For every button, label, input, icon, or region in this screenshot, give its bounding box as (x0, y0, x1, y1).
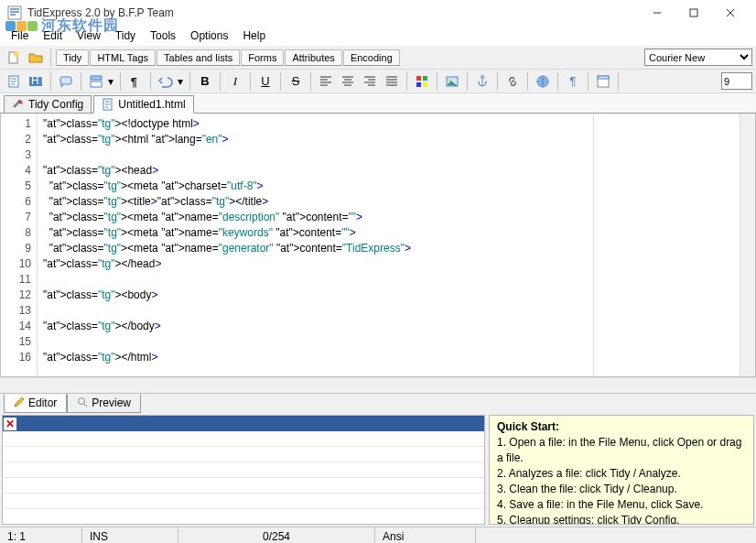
tab-forms[interactable]: Forms (241, 49, 284, 66)
svg-rect-11 (416, 76, 421, 81)
quickstart-item: 2. Analyzes a file: click Tidy / Analyze… (497, 466, 746, 482)
quickstart-panel: Quick Start: 1. Open a file: in the File… (489, 415, 754, 525)
quickstart-header: Quick Start: (497, 419, 746, 435)
list-item (3, 494, 484, 509)
link-icon[interactable] (502, 71, 523, 92)
page-icon[interactable] (4, 71, 24, 92)
svg-rect-14 (423, 82, 427, 87)
status-chars: 0/254 (178, 527, 375, 543)
menu-view[interactable]: View (70, 27, 108, 44)
document-tabs: Tidy Config Untitled1.html (0, 93, 756, 114)
menu-tidy[interactable]: Tidy (108, 27, 143, 44)
svg-rect-8 (91, 76, 102, 80)
tab-htmltags[interactable]: HTML Tags (90, 49, 156, 66)
tab-editor[interactable]: Editor (4, 394, 67, 413)
svg-rect-13 (416, 82, 421, 87)
svg-rect-12 (423, 76, 427, 81)
menu-edit[interactable]: Edit (36, 27, 70, 44)
strike-icon[interactable]: S (286, 71, 306, 92)
svg-point-22 (79, 397, 85, 404)
font-select[interactable]: Courier New (644, 49, 752, 66)
tab-untitled[interactable]: Untitled1.html (93, 95, 193, 114)
code-area[interactable]: "at">class="tg"><!doctype html>"at">clas… (38, 114, 593, 376)
svg-text:HTML: HTML (31, 74, 43, 87)
tab-tidy-config[interactable]: Tidy Config (4, 95, 92, 114)
svg-rect-0 (8, 6, 21, 19)
color-picker-icon[interactable] (412, 71, 432, 92)
statusbar: 1: 1 INS 0/254 Ansi (0, 527, 756, 543)
status-ins: INS (82, 527, 178, 543)
paragraph-icon[interactable]: ¶ (125, 71, 146, 92)
wrench-icon (12, 98, 25, 111)
menubar: File Edit View Tidy Tools Options Help (0, 26, 756, 46)
status-pos: 1: 1 (0, 527, 82, 543)
new-file-icon[interactable] (4, 48, 24, 68)
tab-tables[interactable]: Tables and lists (157, 49, 240, 66)
code-editor[interactable]: 12345678910111213141516 "at">class="tg">… (0, 114, 756, 377)
svg-text:¶: ¶ (131, 76, 137, 89)
toolbar-tabs-row: Tidy HTML Tags Tables and lists Forms At… (0, 46, 756, 70)
image-icon[interactable] (442, 71, 462, 92)
scrollbar-horizontal[interactable] (1, 377, 755, 393)
italic-icon[interactable]: I (225, 71, 245, 92)
quickstart-item: 3. Clean the file: click Tidy / Cleanup. (497, 482, 746, 497)
minimize-button[interactable] (639, 1, 675, 25)
menu-file[interactable]: File (4, 27, 36, 44)
svg-rect-20 (598, 76, 609, 79)
close-panel-icon[interactable]: ✕ (4, 418, 16, 430)
comment-icon[interactable] (56, 71, 76, 92)
pencil-icon (14, 396, 25, 410)
layout-icon[interactable] (86, 71, 106, 92)
quickstart-item: 5. Cleanup settings: click Tidy Config. (497, 513, 746, 525)
anchor-icon[interactable] (472, 71, 492, 92)
maximize-button[interactable] (675, 1, 712, 25)
right-margin (593, 114, 740, 376)
list-item (3, 447, 484, 462)
tab-enc[interactable]: Encoding (343, 49, 400, 66)
view-tabs: Editor Preview (0, 393, 756, 413)
app-icon (7, 5, 22, 20)
svg-rect-9 (91, 81, 102, 87)
document-icon (102, 98, 114, 111)
quickstart-item: 1. Open a file: in the File Menu, click … (497, 435, 746, 466)
window-title: TidExpress 2.0 by B.F.P Team (27, 6, 639, 19)
messages-panel: ✕ (2, 415, 485, 525)
menu-tools[interactable]: Tools (143, 27, 183, 44)
list-item (3, 462, 484, 478)
align-right-icon[interactable] (360, 71, 380, 92)
bold-icon[interactable]: B (195, 71, 215, 92)
pilcrow-icon[interactable]: ¶ (563, 71, 583, 92)
dropdown-icon[interactable]: ▾ (108, 75, 115, 88)
menu-options[interactable]: Options (183, 27, 235, 44)
quickstart-item: 4. Save a file: in the File Menu, click … (497, 497, 746, 513)
svg-rect-1 (690, 9, 697, 16)
toolbar-format: HTML ▾ ¶ ▾ B I U S ¶ (0, 70, 756, 93)
open-folder-icon[interactable] (26, 48, 46, 68)
svg-point-3 (14, 51, 19, 57)
menu-help[interactable]: Help (235, 27, 273, 44)
close-button[interactable] (712, 1, 749, 25)
align-left-icon[interactable] (316, 71, 336, 92)
tab-tidy[interactable]: Tidy (56, 49, 89, 66)
align-justify-icon[interactable] (382, 71, 402, 92)
globe-icon[interactable] (533, 71, 553, 92)
tab-preview[interactable]: Preview (67, 394, 141, 413)
list-item (3, 431, 484, 447)
dropdown-icon[interactable]: ▾ (178, 75, 185, 88)
titlebar: TidExpress 2.0 by B.F.P Team (0, 0, 756, 26)
magnifier-icon (77, 396, 88, 410)
html-icon[interactable]: HTML (26, 71, 46, 92)
list-item (3, 478, 484, 494)
toolbar-tabs: Tidy HTML Tags Tables and lists Forms At… (56, 49, 400, 66)
align-center-icon[interactable] (338, 71, 358, 92)
font-size-input[interactable] (721, 72, 752, 90)
status-enc: Ansi (375, 527, 476, 543)
undo-icon[interactable] (156, 71, 176, 92)
svg-point-17 (481, 75, 484, 78)
svg-rect-7 (60, 77, 71, 84)
underline-icon[interactable]: U (255, 71, 275, 92)
message-list[interactable] (3, 431, 484, 524)
tab-attrs[interactable]: Attributes (285, 49, 341, 66)
scrollbar-vertical[interactable] (740, 114, 755, 376)
window-icon[interactable] (593, 71, 613, 92)
